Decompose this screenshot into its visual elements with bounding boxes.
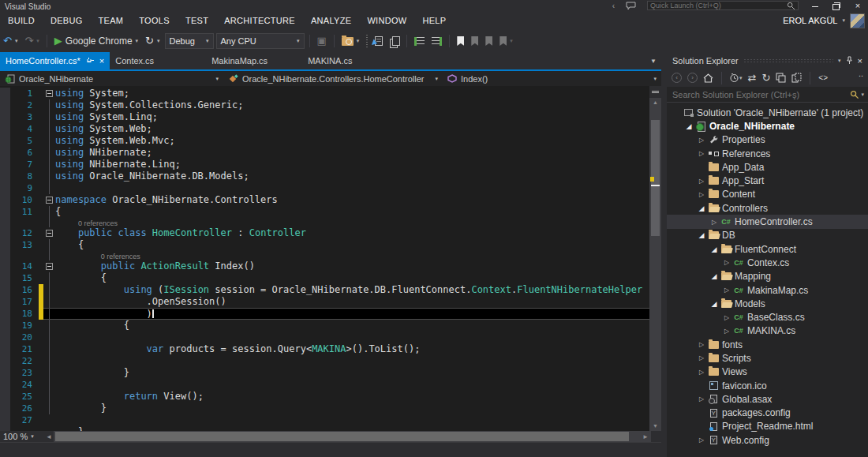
expander-closed-icon[interactable]: ▷ xyxy=(697,150,706,157)
tab-makinamapcs[interactable]: MakinaMap.cs xyxy=(206,52,302,69)
close-panel-icon[interactable]: × xyxy=(858,56,862,66)
tree-item-makina-cs[interactable]: ▷C#MAKINA.cs xyxy=(667,324,868,338)
solution-platform-select[interactable]: Any CPU▾ xyxy=(216,33,305,49)
menu-test[interactable]: TEST xyxy=(178,16,216,25)
menu-analyze[interactable]: ANALYZE xyxy=(303,16,359,25)
code-line[interactable]: 14 public ActionResult Index() xyxy=(0,260,649,272)
code-line[interactable]: 13 { xyxy=(0,239,649,251)
outlining-margin[interactable] xyxy=(43,123,55,135)
tree-item-global-asax[interactable]: ▷Global.asax xyxy=(667,392,868,406)
outlining-margin[interactable] xyxy=(43,414,55,426)
outlining-margin[interactable] xyxy=(43,227,55,239)
code-line[interactable]: 20 xyxy=(0,332,649,343)
code-line[interactable]: 12 public class HomeController : Control… xyxy=(0,227,649,239)
code-line[interactable]: 15 { xyxy=(0,272,649,284)
indicator-margin[interactable] xyxy=(0,170,10,182)
clock-icon[interactable] xyxy=(730,73,739,83)
expander-closed-icon[interactable]: ▷ xyxy=(697,395,706,403)
pin-tab-icon[interactable] xyxy=(87,57,94,65)
outlining-margin[interactable] xyxy=(43,403,55,414)
menu-help[interactable]: HELP xyxy=(414,16,454,25)
new-item-button[interactable] xyxy=(372,32,385,50)
restore-button[interactable] xyxy=(832,2,841,9)
minimize-button[interactable] xyxy=(810,1,821,10)
collapse-region-icon[interactable] xyxy=(46,230,53,237)
outlining-margin[interactable] xyxy=(43,379,55,391)
tree-item-app-start[interactable]: ▷App_Start xyxy=(667,174,868,187)
indicator-margin[interactable] xyxy=(0,391,10,403)
indicator-margin[interactable] xyxy=(0,320,10,332)
code-line[interactable]: 5using System.Web.Mvc; xyxy=(0,135,649,147)
code-line[interactable]: 2using System.Collections.Generic; xyxy=(0,99,649,111)
feedback-icon[interactable] xyxy=(626,2,636,10)
tree-item-content[interactable]: ▷Content xyxy=(667,188,868,201)
view-code-icon[interactable]: <> xyxy=(818,73,828,82)
indicator-margin[interactable] xyxy=(0,123,10,135)
indicator-margin[interactable] xyxy=(0,355,10,367)
start-debug-button[interactable]: ▶Google Chrome▾ xyxy=(52,32,140,50)
expander-open-icon[interactable]: ◢ xyxy=(709,245,719,253)
quick-launch-input[interactable] xyxy=(650,2,787,9)
outlining-margin[interactable] xyxy=(43,135,55,147)
code-line[interactable]: 22 xyxy=(0,355,649,367)
scroll-down-icon[interactable]: ▼ xyxy=(649,421,661,431)
sync-with-active-document-icon[interactable]: ⇄ xyxy=(748,72,757,84)
code-line[interactable]: 4using System.Web; xyxy=(0,123,649,135)
code-line[interactable]: 7using NHibernate.Linq; xyxy=(0,159,649,170)
tree-item-oracle-nhibernate[interactable]: ◢Oracle_NHibernate xyxy=(667,119,868,133)
code-line[interactable]: 11{ xyxy=(0,206,649,218)
expander-closed-icon[interactable]: ▷ xyxy=(722,259,731,266)
code-line[interactable]: 23 } xyxy=(0,367,649,379)
code-line[interactable]: 19 { xyxy=(0,320,649,332)
horizontal-scroll-track[interactable] xyxy=(54,431,651,442)
outlining-margin[interactable] xyxy=(43,159,55,170)
tree-item-mapping[interactable]: ◢Mapping xyxy=(667,270,868,283)
vertical-scroll-track[interactable] xyxy=(649,107,661,421)
outlining-margin[interactable] xyxy=(43,260,55,272)
code-line[interactable]: 16 using (ISession session = Oracle_NHib… xyxy=(0,284,649,296)
indicator-margin[interactable] xyxy=(0,88,10,99)
expander-open-icon[interactable]: ◢ xyxy=(684,122,694,130)
copy-items-button[interactable] xyxy=(387,32,402,50)
code-line[interactable]: 21 var products = session.Query<MAKINA>(… xyxy=(0,343,649,355)
code-line[interactable]: 25 return View(); xyxy=(0,391,649,403)
tree-item-solution--oracle-nhibernate---1-project-[interactable]: Solution 'Oracle_NHibernate' (1 project) xyxy=(667,106,868,119)
properties-wrench-icon[interactable] xyxy=(709,135,719,144)
indicator-margin[interactable] xyxy=(0,135,10,147)
indicator-margin[interactable] xyxy=(0,284,10,296)
expander-closed-icon[interactable]: ▷ xyxy=(697,341,706,348)
tree-item-contex-cs[interactable]: ▷C#Contex.cs xyxy=(667,256,868,269)
code-line[interactable]: 24 xyxy=(0,379,649,391)
indicator-margin[interactable] xyxy=(0,403,10,414)
user-avatar[interactable] xyxy=(850,13,865,28)
solution-configuration-select[interactable]: Debug▾ xyxy=(165,33,214,49)
code-line[interactable]: 9 xyxy=(0,182,649,194)
indicator-margin[interactable] xyxy=(0,379,10,391)
code-line[interactable]: 3using System.Linq; xyxy=(0,111,649,123)
collapse-all-icon[interactable] xyxy=(776,73,786,83)
panel-splitter[interactable] xyxy=(661,52,667,457)
tab-homecontrollercs[interactable]: HomeController.cs*× xyxy=(0,52,110,69)
outlining-margin[interactable] xyxy=(43,272,55,284)
expander-closed-icon[interactable]: ▷ xyxy=(697,436,706,444)
outlining-margin[interactable] xyxy=(43,99,55,111)
show-all-files-icon[interactable] xyxy=(791,73,802,83)
tree-item-project-readme-html[interactable]: Project_Readme.html xyxy=(667,420,868,433)
find-in-files-button[interactable]: ▾ xyxy=(339,32,362,50)
menu-window[interactable]: WINDOW xyxy=(359,16,414,25)
tree-item-baseclass-cs[interactable]: ▷C#BaseClass.cs xyxy=(667,310,868,324)
drag-grip[interactable] xyxy=(743,58,833,62)
expander-closed-icon[interactable]: ▷ xyxy=(697,137,706,144)
scroll-left-icon[interactable]: ◄ xyxy=(44,433,54,440)
undo-button[interactable]: ↶▾ xyxy=(1,32,20,50)
expander-closed-icon[interactable]: ▷ xyxy=(697,369,706,376)
menu-build[interactable]: BUILD xyxy=(0,16,43,25)
outlining-margin[interactable] xyxy=(43,170,55,182)
indicator-margin[interactable] xyxy=(0,182,10,194)
indicator-margin[interactable] xyxy=(0,111,10,123)
tree-item-views[interactable]: ▷Views xyxy=(667,365,868,379)
tab-contexcs[interactable]: Contex.cs xyxy=(110,52,206,69)
indicator-margin[interactable] xyxy=(0,147,10,159)
tree-item-favicon-ico[interactable]: favicon.ico xyxy=(667,379,868,392)
expander-closed-icon[interactable]: ▷ xyxy=(697,191,706,198)
